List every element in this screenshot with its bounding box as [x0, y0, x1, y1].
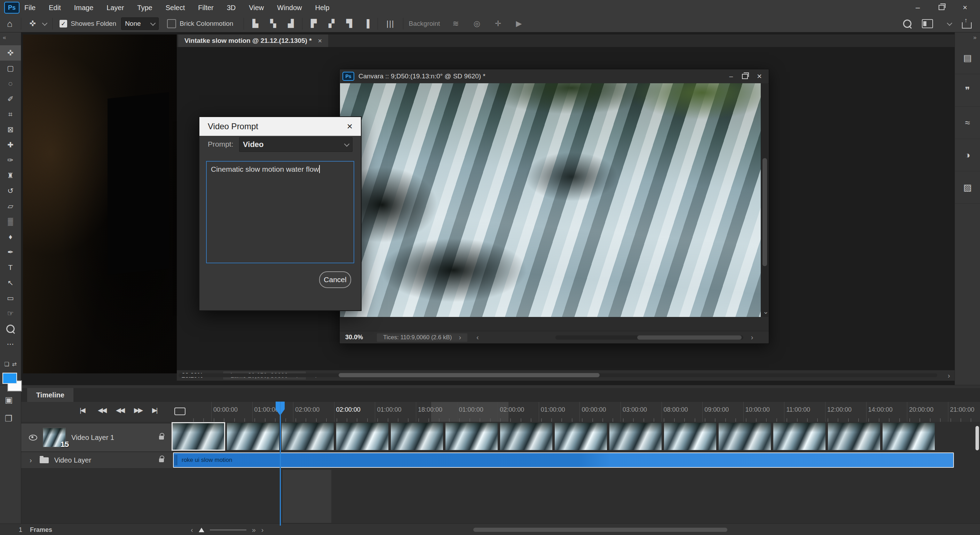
menu-view[interactable]: View: [249, 4, 264, 12]
close-icon[interactable]: ×: [757, 72, 762, 81]
more-tools[interactable]: ⋯: [0, 337, 21, 352]
layer-thumbnail[interactable]: 15: [43, 428, 66, 447]
go-to-first-frame-button[interactable]: |◀: [80, 406, 84, 414]
timeline-vertical-scrollbar[interactable]: [975, 426, 979, 450]
screen-mode-icon[interactable]: ❏: [4, 361, 9, 367]
scrollbar-thumb[interactable]: [339, 373, 600, 377]
animation-panel-icon[interactable]: ▣: [5, 395, 13, 405]
align-center-v-icon[interactable]: ▞: [329, 19, 334, 28]
eraser-tool[interactable]: ▱: [0, 198, 21, 214]
fast-forward-button[interactable]: ▶▶: [134, 406, 142, 414]
scrollbar-thumb[interactable]: [762, 158, 767, 266]
chevron-right-icon[interactable]: ›: [751, 333, 753, 341]
move-tool[interactable]: ✜: [0, 45, 21, 61]
chevron-left-icon[interactable]: ‹: [191, 526, 193, 534]
menu-help[interactable]: Help: [315, 4, 329, 12]
film-frame[interactable]: [828, 423, 880, 450]
rotate-view-icon[interactable]: ◎: [474, 19, 480, 28]
workspace-icon[interactable]: [922, 19, 933, 28]
chevron-down-icon[interactable]: ⌄: [763, 307, 769, 316]
pen-tool[interactable]: ✒: [0, 244, 21, 260]
align-left-icon[interactable]: ▙: [252, 19, 258, 28]
healing-tool[interactable]: ✚: [0, 137, 21, 153]
film-frame[interactable]: [883, 423, 935, 450]
clone-stamp-tool[interactable]: ♜: [0, 168, 21, 183]
timeline-zoom-slider[interactable]: ‹ » ›: [191, 524, 263, 535]
distribute-vertical-icon[interactable]: ▐: [364, 19, 369, 28]
brush-tool[interactable]: ✑: [0, 153, 21, 168]
menu-layer[interactable]: Layer: [107, 4, 124, 12]
foreground-color-swatch[interactable]: [2, 373, 17, 384]
brick-colonmotion-checkbox[interactable]: [167, 19, 176, 28]
close-tab-icon[interactable]: ×: [318, 37, 322, 45]
align-bottom-icon[interactable]: ▜: [346, 19, 352, 28]
vertical-scrollbar[interactable]: ⌄: [761, 83, 768, 317]
film-frame[interactable]: [227, 423, 279, 450]
frame-tool[interactable]: ⊠: [0, 122, 21, 137]
keyframes-panel-icon[interactable]: ▤: [955, 42, 980, 74]
play-icon[interactable]: ▶: [516, 19, 522, 28]
group-name[interactable]: Video Layer: [54, 456, 91, 464]
chevron-left-icon[interactable]: ‹: [476, 333, 479, 341]
comments-panel-icon[interactable]: ❞: [955, 74, 980, 107]
object-selection-tool[interactable]: ✐: [0, 91, 21, 107]
history-brush-tool[interactable]: ↺: [0, 183, 21, 198]
type-tool[interactable]: T: [0, 260, 21, 275]
menu-file[interactable]: File: [24, 4, 35, 12]
film-frame[interactable]: [336, 423, 388, 450]
swap-colors-icon[interactable]: ⇄: [12, 361, 16, 367]
show-folden-checkbox[interactable]: ✓: [59, 20, 67, 27]
document-tab[interactable]: Vintatke slow motion @ 21.12.(12.1305) *…: [178, 35, 328, 47]
search-icon[interactable]: [903, 19, 912, 28]
menu-3d[interactable]: 3D: [227, 4, 236, 12]
video-layer-1-row[interactable]: 15 Video Layer 1: [21, 423, 172, 452]
menu-image[interactable]: Image: [74, 4, 94, 12]
hand-tool[interactable]: ☞: [0, 306, 21, 321]
blur-tool[interactable]: ♦: [0, 229, 21, 244]
tab-timeline[interactable]: Timeline: [27, 388, 73, 402]
show-folden-label[interactable]: Showes Folden: [71, 20, 116, 27]
timeline-horizontal-scrollbar[interactable]: [473, 528, 727, 532]
move-tool-icon[interactable]: ✜: [30, 19, 36, 28]
film-frame[interactable]: [609, 423, 662, 450]
menu-select[interactable]: Select: [165, 4, 185, 12]
close-icon[interactable]: ×: [347, 121, 353, 132]
lock-icon[interactable]: [159, 436, 164, 439]
warp-icon[interactable]: ≋: [452, 19, 459, 28]
canvara-doc-info[interactable]: Tices: 110:9,0060 (2.6 kB) ›: [377, 333, 468, 342]
menu-filter[interactable]: Filter: [198, 4, 213, 12]
prompt-type-dropdown[interactable]: Video: [239, 137, 353, 152]
scrollbar-thumb[interactable]: [637, 335, 741, 340]
film-frame[interactable]: [719, 423, 771, 450]
document-canvas-image[interactable]: [23, 35, 177, 374]
styles-panel-icon[interactable]: ▨: [955, 171, 980, 204]
none-dropdown[interactable]: None: [121, 18, 159, 30]
share-icon[interactable]: [962, 22, 972, 29]
lock-icon[interactable]: [159, 458, 164, 462]
slider-handle[interactable]: [199, 528, 204, 532]
film-frame[interactable]: [555, 423, 607, 450]
distribute-spacing-icon[interactable]: |||: [386, 19, 394, 28]
maximize-icon[interactable]: [742, 74, 748, 79]
canvara-title-bar[interactable]: Ps Canvara :: 9;D50:(19.13:n:0° @ SD 962…: [340, 69, 769, 84]
timeline-ruler[interactable]: 00:00:0001:00:0002:00:0002:00:0001:00:00…: [193, 402, 980, 422]
collapse-dock-icon[interactable]: »: [974, 34, 977, 41]
collapse-toolbar-icon[interactable]: «: [3, 34, 6, 41]
menu-type[interactable]: Type: [137, 4, 152, 12]
align-center-h-icon[interactable]: ▚: [270, 19, 276, 28]
previous-frame-button[interactable]: ◀◀: [116, 406, 124, 414]
properties-panel-icon[interactable]: ≈: [955, 107, 980, 139]
cancel-button[interactable]: Cancel: [319, 271, 351, 288]
brick-colonmotion-label[interactable]: Brick Colonmotion: [180, 20, 233, 27]
film-frame[interactable]: [172, 423, 224, 450]
film-frame[interactable]: [282, 423, 334, 450]
home-icon[interactable]: ⌂: [7, 18, 13, 29]
film-frame[interactable]: [445, 423, 498, 450]
chevron-down-icon[interactable]: [42, 20, 48, 26]
expand-chevron-icon[interactable]: ›: [30, 456, 32, 464]
film-frame[interactable]: [391, 423, 443, 450]
chevron-right-icon[interactable]: ›: [948, 372, 950, 380]
shape-tool[interactable]: ▭: [0, 291, 21, 306]
marquee-tool[interactable]: ▢: [0, 61, 21, 76]
zoom-tool[interactable]: [0, 321, 21, 337]
